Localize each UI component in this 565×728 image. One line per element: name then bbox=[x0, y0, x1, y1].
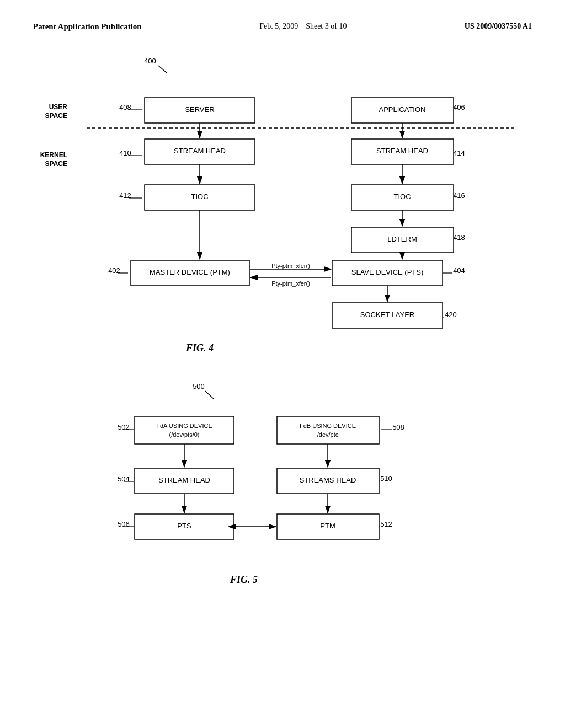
user-space-label2: SPACE bbox=[45, 112, 67, 120]
ref-502: 502 bbox=[118, 423, 130, 431]
server-label: SERVER bbox=[185, 105, 214, 114]
fig5-caption: FIG. 5 bbox=[230, 574, 258, 585]
socket-layer-label: SOCKET LAYER bbox=[360, 311, 415, 319]
ref-506: 506 bbox=[118, 520, 130, 528]
ref-418: 418 bbox=[453, 233, 465, 242]
kernel-space-label: KERNEL bbox=[40, 151, 67, 159]
fda-box bbox=[135, 416, 234, 444]
fig4-diagram: 400 USER SPACE KERNEL SPACE 408 SERVER 4… bbox=[34, 48, 531, 362]
svg-line-15 bbox=[205, 391, 214, 399]
ldterm-label: LDTERM bbox=[387, 235, 417, 243]
application-label: APPLICATION bbox=[379, 105, 425, 114]
fdb-box bbox=[277, 416, 379, 444]
fdb-label-line2: /dev/ptc bbox=[317, 431, 339, 438]
header-sheet: Sheet 3 of 10 bbox=[306, 22, 347, 30]
ref-408: 408 bbox=[119, 103, 131, 111]
ref-504: 504 bbox=[118, 475, 130, 483]
header-publication-label: Patent Application Publication bbox=[33, 22, 142, 31]
ref-420: 420 bbox=[445, 311, 457, 319]
ref-512: 512 bbox=[380, 520, 392, 528]
pts-label: PTS bbox=[177, 522, 191, 530]
ref-416: 416 bbox=[453, 191, 465, 200]
page: Patent Application Publication Feb. 5, 2… bbox=[0, 0, 565, 728]
ref-510: 510 bbox=[380, 474, 392, 483]
stream-head-fig5-label: STREAM HEAD bbox=[158, 476, 210, 484]
ref-402: 402 bbox=[108, 266, 120, 275]
pty-label-bottom: Pty-ptm_xfer() bbox=[271, 280, 310, 287]
kernel-space-label2: SPACE bbox=[45, 160, 67, 168]
svg-line-3 bbox=[158, 66, 167, 73]
stream-head-left-label: STREAM HEAD bbox=[174, 147, 226, 155]
ref-412: 412 bbox=[119, 191, 131, 200]
user-space-label: USER bbox=[49, 103, 68, 111]
ref-410: 410 bbox=[119, 149, 131, 157]
fda-label-line2: (/dev/pts/0) bbox=[169, 431, 199, 438]
ref-400: 400 bbox=[144, 57, 156, 65]
header-center: Feb. 5, 2009 Sheet 3 of 10 bbox=[259, 22, 347, 31]
streams-head-label: STREAMS HEAD bbox=[300, 476, 356, 484]
ref-414: 414 bbox=[453, 149, 465, 157]
fig5-diagram: 500 502 FdA USING DEVICE (/dev/pts/0) 50… bbox=[89, 373, 476, 611]
ref-404: 404 bbox=[453, 266, 465, 275]
header-patent-number: US 2009/0037550 A1 bbox=[465, 22, 532, 31]
stream-head-right-label: STREAM HEAD bbox=[376, 147, 428, 155]
header-date: Feb. 5, 2009 bbox=[259, 22, 298, 30]
ref-500: 500 bbox=[193, 382, 205, 390]
master-device-label: MASTER DEVICE (PTM) bbox=[150, 268, 230, 276]
ref-406: 406 bbox=[453, 103, 465, 111]
ref-508: 508 bbox=[392, 423, 404, 431]
fdb-label-line1: FdB USING DEVICE bbox=[300, 422, 356, 429]
tioc-left-label: TIOC bbox=[191, 192, 208, 201]
fda-label-line1: FdA USING DEVICE bbox=[156, 422, 212, 429]
tioc-right-label: TIOC bbox=[393, 192, 411, 201]
slave-device-label: SLAVE DEVICE (PTS) bbox=[351, 268, 424, 276]
fig4-caption: FIG. 4 bbox=[185, 342, 214, 354]
page-header: Patent Application Publication Feb. 5, 2… bbox=[33, 22, 532, 31]
pty-label-top: Pty-ptm_xfer() bbox=[271, 263, 310, 269]
ptm-label: PTM bbox=[320, 522, 335, 530]
